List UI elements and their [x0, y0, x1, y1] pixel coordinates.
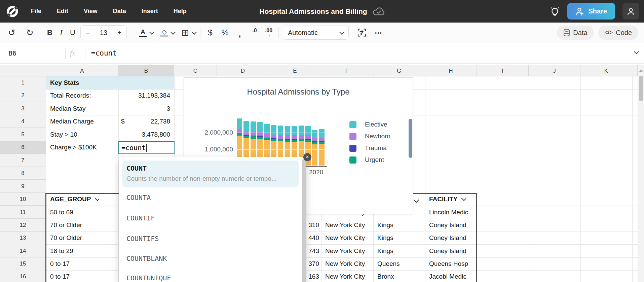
- menu-edit[interactable]: Edit: [57, 8, 68, 15]
- formula-autocomplete[interactable]: COUNT Counts the number of non-empty num…: [119, 157, 306, 282]
- legend-item[interactable]: Trauma: [349, 144, 387, 152]
- table-cell-facility[interactable]: Coney Island: [429, 232, 476, 244]
- cell-A5[interactable]: Stay > 10: [50, 128, 77, 141]
- data-button[interactable]: Data: [557, 26, 594, 40]
- row-header-13[interactable]: 13: [0, 232, 46, 244]
- cell-A1[interactable]: Key Stats: [50, 76, 79, 89]
- column-header-C[interactable]: C: [174, 65, 217, 76]
- table-cell-age-group[interactable]: 0 to 17: [50, 257, 70, 270]
- table-cell-borough[interactable]: Kings: [377, 232, 421, 244]
- table-cell-age-group[interactable]: 0 to 17: [50, 270, 70, 282]
- vertical-scrollbar[interactable]: [638, 65, 644, 282]
- table-cell-city[interactable]: New York City: [325, 244, 369, 257]
- column-header-G[interactable]: G: [373, 65, 425, 76]
- borders-icon[interactable]: ⊞: [180, 26, 191, 39]
- text-color-chevron-icon[interactable]: [149, 29, 155, 35]
- formula-input[interactable]: =count: [91, 43, 117, 63]
- table-cell-borough[interactable]: Bronx: [377, 270, 421, 282]
- column-header-K[interactable]: K: [580, 65, 632, 76]
- menu-file[interactable]: File: [31, 8, 41, 15]
- cell-A3[interactable]: Median Stay: [50, 102, 86, 115]
- number-format-select[interactable]: Automatic: [283, 26, 349, 40]
- legend-item[interactable]: Elective: [349, 121, 387, 128]
- cell-B4[interactable]: 22,738: [118, 115, 170, 128]
- bold-icon[interactable]: B: [44, 26, 55, 39]
- chart-bar[interactable]: [319, 129, 325, 166]
- table-cell-city[interactable]: New York City: [325, 232, 369, 244]
- menu-insert[interactable]: Insert: [142, 8, 158, 15]
- row-header-12[interactable]: 12: [0, 219, 46, 232]
- legend-item[interactable]: Newborn: [349, 133, 390, 140]
- autocomplete-item-countblank[interactable]: COUNTBLANK: [126, 254, 167, 262]
- page-title[interactable]: Hospital Admissions and Billing: [259, 7, 367, 15]
- autocomplete-item-counta[interactable]: COUNTA: [126, 193, 151, 202]
- table-cell-facility[interactable]: Coney Island: [429, 219, 476, 232]
- named-functions-icon[interactable]: [356, 26, 368, 39]
- autocomplete-scrollbar[interactable]: [302, 159, 306, 282]
- menu-view[interactable]: View: [84, 8, 98, 15]
- share-button[interactable]: Share: [567, 3, 615, 20]
- legend-item[interactable]: Urgent: [349, 156, 384, 164]
- row-header-11[interactable]: 11: [0, 206, 46, 219]
- cell-B3[interactable]: 3: [118, 102, 170, 115]
- increase-decimals-icon[interactable]: .00→: [263, 26, 274, 39]
- borders-chevron-icon[interactable]: [192, 29, 197, 35]
- column-header-I[interactable]: I: [477, 65, 529, 76]
- formula-bar-expand-icon[interactable]: [634, 49, 639, 55]
- undo-icon[interactable]: ↺: [6, 26, 17, 39]
- legend-scrollbar[interactable]: [409, 119, 412, 158]
- scrollbar-handle[interactable]: [639, 76, 643, 101]
- column-header-B[interactable]: B: [118, 65, 174, 76]
- cell-reference[interactable]: B6: [8, 43, 16, 63]
- increase-font-icon[interactable]: +: [112, 26, 126, 40]
- table-header-facility[interactable]: FACILITY: [429, 193, 466, 206]
- table-cell-age-group[interactable]: 70 or Older: [50, 232, 82, 244]
- redo-icon[interactable]: ↻: [24, 26, 36, 39]
- avatar-button[interactable]: [622, 3, 639, 20]
- row-header-16[interactable]: 16: [0, 270, 46, 282]
- rows-logo[interactable]: [6, 5, 19, 18]
- fill-color-chevron-icon[interactable]: [171, 29, 176, 35]
- row-header-4[interactable]: 4: [0, 115, 46, 128]
- chevron-down-icon[interactable]: [461, 196, 466, 201]
- table-cell-facility[interactable]: Queens Hosp: [429, 257, 476, 270]
- row-header-3[interactable]: 3: [0, 102, 46, 115]
- menu-data[interactable]: Data: [113, 8, 126, 15]
- row-header-14[interactable]: 14: [0, 244, 46, 257]
- cell-B2[interactable]: 31,193,384: [118, 89, 170, 102]
- close-icon[interactable]: ✕: [303, 153, 311, 161]
- cell-A6[interactable]: Charge > $100K: [50, 141, 97, 154]
- table-cell-city[interactable]: New York City: [325, 219, 369, 232]
- table-header-age-group[interactable]: AGE_GROUP: [50, 193, 99, 206]
- column-header-J[interactable]: J: [529, 65, 580, 76]
- table-cell-borough[interactable]: Kings: [377, 219, 421, 232]
- column-header-A[interactable]: A: [46, 65, 118, 76]
- row-header-10[interactable]: 10: [0, 193, 46, 206]
- column-header-D[interactable]: D: [217, 65, 269, 76]
- currency-icon[interactable]: $: [204, 26, 216, 39]
- table-cell-age-group[interactable]: 70 or Older: [50, 219, 82, 232]
- row-header-7[interactable]: 7: [0, 154, 46, 167]
- row-header-8[interactable]: 8: [0, 167, 46, 180]
- table-cell-borough[interactable]: Kings: [377, 244, 421, 257]
- code-button[interactable]: </> Code: [598, 26, 638, 40]
- comma-icon[interactable]: ,: [234, 26, 245, 39]
- cell-A2[interactable]: Total Records:: [50, 89, 91, 102]
- table-cell-facility[interactable]: Lincoln Medic: [429, 206, 476, 219]
- table-header-partial-chevron-icon[interactable]: [414, 197, 419, 203]
- more-icon[interactable]: •••: [373, 26, 384, 39]
- table-cell-facility[interactable]: Coney Island: [429, 244, 476, 257]
- column-header-H[interactable]: H: [425, 65, 477, 76]
- grid-corner[interactable]: [0, 65, 46, 76]
- percent-icon[interactable]: %: [219, 26, 231, 39]
- table-cell-borough[interactable]: Queens: [377, 257, 421, 270]
- decrease-font-icon[interactable]: –: [81, 26, 95, 40]
- menu-help[interactable]: Help: [174, 8, 187, 15]
- text-color-icon[interactable]: A: [137, 26, 149, 39]
- chevron-down-icon[interactable]: [95, 196, 99, 201]
- cell-B5[interactable]: 3,478,800: [118, 128, 170, 141]
- decrease-decimals-icon[interactable]: .0←: [249, 26, 260, 39]
- table-cell-age-group[interactable]: 18 to 29: [50, 244, 73, 257]
- autocomplete-item-countifs[interactable]: COUNTIFS: [126, 235, 159, 243]
- chart-bar[interactable]: [312, 130, 317, 166]
